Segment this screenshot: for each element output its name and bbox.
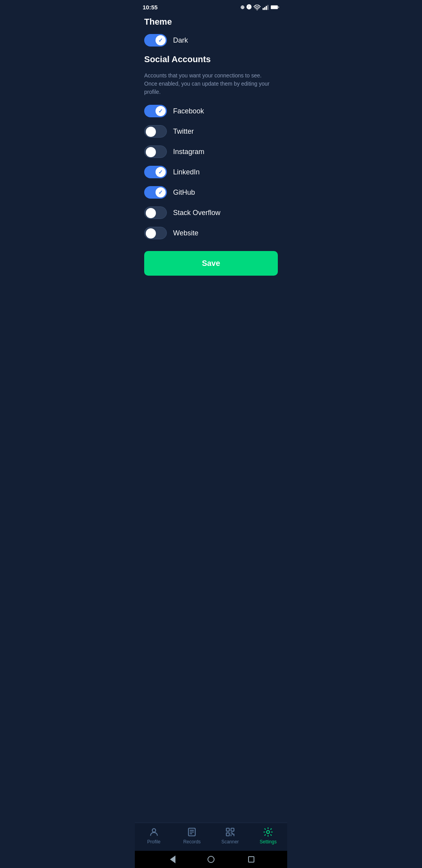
android-navigation-bar <box>135 851 287 868</box>
facebook-toggle-thumb: ✓ <box>156 106 166 116</box>
website-toggle[interactable] <box>144 227 167 239</box>
dark-mode-toggle-track: ✓ <box>144 34 167 47</box>
main-content: Theme ✓ Dark Social Accounts Accounts th… <box>135 13 287 823</box>
stackoverflow-row: Stack Overflow <box>144 206 278 219</box>
svg-point-15 <box>266 830 270 834</box>
svg-rect-12 <box>226 828 229 831</box>
twitter-toggle[interactable] <box>144 125 167 138</box>
dark-mode-row: ✓ Dark <box>144 34 278 47</box>
profile-nav-label: Profile <box>147 839 161 845</box>
svg-rect-3 <box>266 6 267 10</box>
instagram-toggle-thumb <box>146 147 156 157</box>
nav-item-scanner[interactable]: Scanner <box>211 827 249 845</box>
records-nav-label: Records <box>183 839 201 845</box>
nav-item-records[interactable]: Records <box>173 827 211 845</box>
theme-section: Theme ✓ Dark <box>144 17 278 47</box>
instagram-toggle[interactable] <box>144 145 167 158</box>
twitter-row: Twitter <box>144 125 278 138</box>
android-recents-button[interactable] <box>247 855 255 863</box>
settings-icon <box>263 827 273 837</box>
status-icons: ⊕ 🅟 <box>240 4 279 10</box>
linkedin-toggle[interactable]: ✓ <box>144 166 167 178</box>
checkmark-icon: ✓ <box>158 108 163 114</box>
profile-icon <box>149 827 159 837</box>
svg-rect-14 <box>226 833 229 836</box>
nav-item-settings[interactable]: Settings <box>249 827 288 845</box>
twitter-toggle-thumb <box>146 127 156 137</box>
github-toggle-thumb: ✓ <box>156 187 166 197</box>
website-toggle-track <box>144 227 167 239</box>
android-home-button[interactable] <box>207 855 215 863</box>
checkmark-icon: ✓ <box>158 169 163 175</box>
social-accounts-title: Social Accounts <box>144 54 278 65</box>
network-icon: ⊕ <box>240 4 245 10</box>
instagram-toggle-track <box>144 145 167 158</box>
facebook-toggle-track: ✓ <box>144 105 167 117</box>
status-bar: 10:55 ⊕ 🅟 <box>135 0 287 13</box>
github-toggle-track: ✓ <box>144 186 167 199</box>
scanner-icon <box>225 827 235 837</box>
svg-point-0 <box>257 9 258 10</box>
stackoverflow-toggle[interactable] <box>144 206 167 219</box>
instagram-row: Instagram <box>144 145 278 158</box>
linkedin-row: ✓ LinkedIn <box>144 166 278 178</box>
linkedin-toggle-thumb: ✓ <box>156 167 166 177</box>
save-button[interactable]: Save <box>144 251 278 276</box>
stackoverflow-label: Stack Overflow <box>173 209 220 217</box>
svg-rect-4 <box>267 5 268 10</box>
facebook-toggle[interactable]: ✓ <box>144 105 167 117</box>
website-label: Website <box>173 229 198 237</box>
settings-nav-label: Settings <box>260 839 277 845</box>
vpn-icon: 🅟 <box>247 4 252 10</box>
svg-rect-13 <box>231 828 234 831</box>
battery-icon <box>271 5 279 10</box>
twitter-toggle-track <box>144 125 167 138</box>
stackoverflow-toggle-thumb <box>146 208 156 218</box>
dark-mode-toggle[interactable]: ✓ <box>144 34 167 47</box>
svg-rect-1 <box>263 8 264 10</box>
dark-mode-toggle-thumb: ✓ <box>156 35 166 45</box>
facebook-row: ✓ Facebook <box>144 105 278 117</box>
linkedin-label: LinkedIn <box>173 168 200 176</box>
twitter-label: Twitter <box>173 127 194 136</box>
social-accounts-description: Accounts that you want your connections … <box>144 72 278 96</box>
theme-section-title: Theme <box>144 17 278 27</box>
linkedin-toggle-track: ✓ <box>144 166 167 178</box>
android-back-button[interactable] <box>167 855 175 863</box>
svg-point-7 <box>152 829 156 832</box>
social-accounts-section: Social Accounts Accounts that you want y… <box>144 54 278 239</box>
checkmark-icon: ✓ <box>158 37 163 43</box>
checkmark-icon: ✓ <box>158 189 163 195</box>
signal-icon <box>263 5 269 10</box>
website-row: Website <box>144 227 278 239</box>
dark-mode-label: Dark <box>173 36 188 45</box>
github-toggle[interactable]: ✓ <box>144 186 167 199</box>
github-row: ✓ GitHub <box>144 186 278 199</box>
status-time: 10:55 <box>143 4 157 11</box>
wifi-icon <box>254 5 261 10</box>
svg-rect-5 <box>271 5 278 9</box>
stackoverflow-toggle-track <box>144 206 167 219</box>
svg-rect-6 <box>278 6 279 8</box>
github-label: GitHub <box>173 188 195 197</box>
facebook-label: Facebook <box>173 107 204 115</box>
records-icon <box>187 827 197 837</box>
instagram-label: Instagram <box>173 148 204 156</box>
scanner-nav-label: Scanner <box>221 839 239 845</box>
website-toggle-thumb <box>146 228 156 239</box>
svg-rect-2 <box>264 7 265 10</box>
bottom-navigation: Profile Records Scanner Settings <box>135 823 287 851</box>
nav-item-profile[interactable]: Profile <box>135 827 173 845</box>
